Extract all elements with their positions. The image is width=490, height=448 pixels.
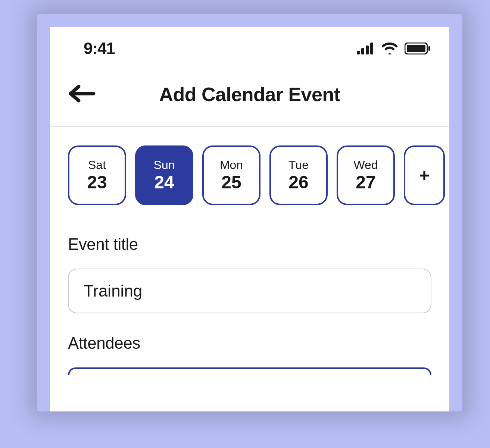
- app-screen: 9:41: [50, 27, 449, 411]
- date-number: 26: [288, 172, 308, 192]
- date-day-label: Wed: [353, 158, 378, 172]
- date-day-label: Sun: [154, 158, 175, 172]
- page-title: Add Calendar Event: [67, 83, 433, 106]
- attendees-input[interactable]: [68, 367, 431, 375]
- status-bar: 9:41: [50, 27, 449, 68]
- date-number: 23: [87, 172, 107, 192]
- event-title-label: Event title: [68, 235, 431, 254]
- date-card-mon-25[interactable]: Mon 25: [202, 145, 260, 205]
- date-card-tue-26[interactable]: Tue 26: [269, 145, 328, 205]
- event-title-input[interactable]: [68, 269, 431, 313]
- date-day-label: Tue: [288, 158, 309, 172]
- date-number: 27: [356, 172, 375, 192]
- status-time: 9:41: [84, 39, 115, 58]
- date-day-label: Mon: [220, 158, 243, 172]
- svg-rect-6: [428, 46, 430, 51]
- date-card-sun-24[interactable]: Sun 24: [135, 145, 193, 205]
- battery-icon: [405, 43, 431, 54]
- date-day-label: Sat: [88, 158, 106, 172]
- date-card-wed-27[interactable]: Wed 27: [337, 145, 395, 205]
- wifi-icon: [381, 43, 398, 54]
- plus-icon: +: [419, 165, 430, 186]
- status-icons: [357, 43, 431, 54]
- back-button[interactable]: [67, 84, 97, 104]
- form-section: Event title Attendees: [50, 224, 449, 375]
- date-number: 24: [154, 172, 174, 192]
- add-date-button[interactable]: +: [404, 145, 445, 205]
- date-picker-row: Sat 23 Sun 24 Mon 25 Tue 26 Wed 27 +: [50, 127, 449, 224]
- svg-rect-5: [407, 45, 425, 52]
- svg-rect-3: [370, 43, 373, 54]
- svg-rect-0: [357, 51, 360, 54]
- arrow-left-icon: [67, 84, 97, 103]
- svg-rect-2: [366, 46, 369, 54]
- svg-rect-1: [361, 48, 364, 54]
- attendees-label: Attendees: [68, 334, 431, 353]
- cellular-icon: [357, 43, 375, 54]
- header: Add Calendar Event: [50, 68, 449, 127]
- date-card-sat-23[interactable]: Sat 23: [68, 145, 126, 205]
- date-number: 25: [221, 172, 241, 192]
